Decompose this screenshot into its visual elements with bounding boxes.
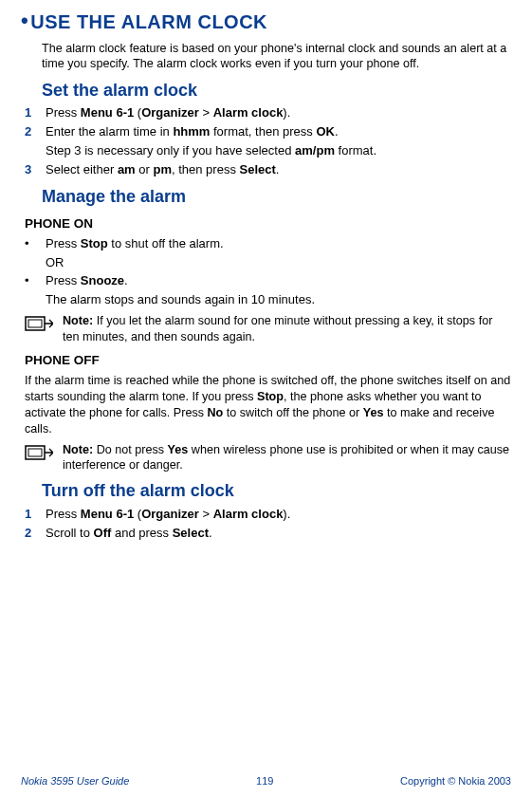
note-icon	[25, 442, 57, 473]
phone-off-paragraph: If the alarm time is reached while the p…	[25, 373, 511, 437]
page-footer: Nokia 3595 User Guide 119 Copyright © No…	[21, 774, 511, 788]
note-icon	[25, 313, 57, 344]
footer-right: Copyright © Nokia 2003	[400, 774, 511, 788]
step-number: 1	[25, 105, 46, 121]
heading-manage-alarm: Manage the alarm	[42, 186, 511, 208]
bullet-body: Press Snooze.	[46, 273, 128, 289]
set-step-3: 3 Select either am or pm, then press Sel…	[25, 162, 511, 178]
footer-left: Nokia 3595 User Guide	[21, 774, 129, 788]
set-step-1: 1 Press Menu 6-1 (Organizer > Alarm cloc…	[25, 105, 511, 121]
phone-on-bullet-1: • Press Stop to shut off the alarm.	[25, 236, 511, 252]
step-body: Select either am or pm, then press Selec…	[46, 162, 511, 178]
step-number: 1	[25, 507, 46, 523]
step-body: Press Menu 6-1 (Organizer > Alarm clock)…	[46, 105, 511, 121]
off-step-2: 2 Scroll to Off and press Select.	[25, 526, 511, 542]
step-number: 2	[25, 526, 46, 542]
note-text: Note: If you let the alarm sound for one…	[63, 313, 511, 344]
heading-set-alarm: Set the alarm clock	[42, 80, 511, 102]
step-number: 3	[25, 162, 46, 178]
step-body: Press Menu 6-1 (Organizer > Alarm clock)…	[46, 507, 511, 523]
footer-page-number: 119	[256, 774, 273, 788]
set-step-2: 2 Enter the alarm time in hhmm format, t…	[25, 124, 511, 140]
heading-use-alarm: •USE THE ALARM CLOCK	[21, 8, 511, 35]
svg-rect-3	[28, 449, 42, 456]
h1-text: USE THE ALARM CLOCK	[30, 11, 267, 32]
step-number: 2	[25, 124, 46, 140]
heading-phone-off: PHONE OFF	[25, 352, 511, 369]
off-step-1: 1 Press Menu 6-1 (Organizer > Alarm cloc…	[25, 507, 511, 523]
heading-phone-on: PHONE ON	[25, 215, 511, 232]
note-text: Note: Do not press Yes when wireless pho…	[63, 442, 511, 473]
bullet-dot: •	[25, 236, 46, 252]
phone-on-bullet-2: • Press Snooze.	[25, 273, 511, 289]
note-1: Note: If you let the alarm sound for one…	[25, 313, 511, 344]
set-substep: Step 3 is necessary only if you have sel…	[46, 143, 511, 159]
note-2: Note: Do not press Yes when wireless pho…	[25, 442, 511, 473]
step-body: Scroll to Off and press Select.	[46, 526, 511, 542]
bullet-body: Press Stop to shut off the alarm.	[46, 236, 224, 252]
step-body: Enter the alarm time in hhmm format, the…	[46, 124, 511, 140]
intro-paragraph: The alarm clock feature is based on your…	[42, 41, 511, 72]
heading-turn-off: Turn off the alarm clock	[42, 480, 511, 502]
svg-rect-1	[28, 320, 42, 327]
bullet-dot: •	[25, 273, 46, 289]
or-text: OR	[46, 255, 511, 271]
phone-on-sub: The alarm stops and sounds again in 10 m…	[46, 292, 511, 308]
